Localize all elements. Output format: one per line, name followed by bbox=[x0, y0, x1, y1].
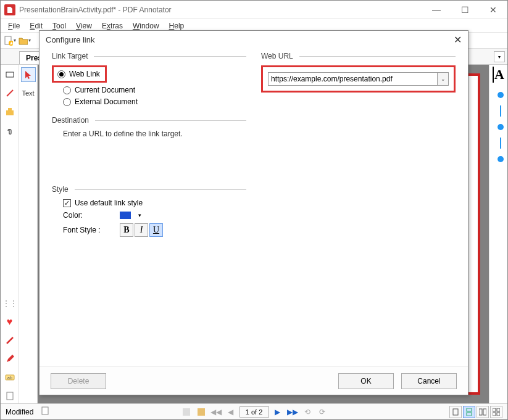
nav-forward-icon[interactable]: ⟳ bbox=[316, 406, 328, 418]
radio-external-document-label: External Document bbox=[75, 97, 138, 106]
bold-button[interactable]: B bbox=[120, 223, 133, 237]
use-default-style-label: Use default link style bbox=[75, 199, 143, 207]
radio-current-document[interactable] bbox=[63, 86, 71, 94]
configure-link-dialog: Configure link ✕ Link Target Web Link C bbox=[39, 30, 468, 395]
status-bar: Modified ◀◀ ◀ 1 of 2 ▶ ▶▶ ⟲ ⟳ bbox=[1, 403, 507, 419]
maximize-button[interactable]: ☐ bbox=[451, 1, 479, 19]
radio-web-link[interactable] bbox=[57, 70, 65, 78]
radio-current-document-label: Current Document bbox=[75, 86, 135, 94]
page-indicator[interactable]: 1 of 2 bbox=[239, 406, 269, 418]
svg-rect-17 bbox=[483, 409, 486, 415]
link-target-label: Link Target bbox=[52, 52, 88, 60]
close-button[interactable]: ✕ bbox=[479, 1, 507, 19]
window-title: PresentationBrainActivity.pdf* - PDF Ann… bbox=[19, 6, 422, 14]
tab-list-dropdown[interactable]: ▾ bbox=[494, 51, 505, 62]
italic-button[interactable]: I bbox=[135, 223, 148, 237]
tool-edit-icon[interactable] bbox=[2, 352, 17, 366]
text-cursor-icon[interactable]: A bbox=[491, 67, 506, 82]
nav-next-icon[interactable]: ▶ bbox=[272, 406, 284, 418]
tool-page-icon[interactable] bbox=[2, 389, 17, 403]
nav-back-icon[interactable]: ⟲ bbox=[301, 406, 314, 418]
radio-web-link-highlight: Web Link bbox=[52, 65, 107, 83]
nav-prev-icon[interactable]: ◀ bbox=[225, 406, 237, 418]
svg-rect-11 bbox=[183, 408, 190, 416]
svg-rect-20 bbox=[493, 413, 496, 416]
view-grid-icon[interactable] bbox=[490, 406, 502, 418]
nav-first-icon[interactable]: ◀◀ bbox=[210, 406, 222, 418]
menu-window[interactable]: Window bbox=[129, 20, 163, 31]
title-bar: PresentationBrainActivity.pdf* - PDF Ann… bbox=[1, 1, 507, 19]
menu-extras[interactable]: Extras bbox=[98, 20, 127, 31]
web-url-highlight: ⌄ bbox=[261, 65, 456, 93]
svg-rect-12 bbox=[198, 408, 205, 416]
tool-pen-icon[interactable] bbox=[2, 86, 17, 101]
destination-label: Destination bbox=[52, 116, 89, 125]
color-swatch[interactable] bbox=[120, 212, 131, 219]
status-page-icon[interactable] bbox=[38, 406, 52, 417]
svg-rect-15 bbox=[467, 413, 472, 416]
left-toolbar-1: ⋮⋮ ♥ ab bbox=[1, 65, 19, 403]
use-default-style-checkbox[interactable] bbox=[63, 199, 71, 207]
svg-rect-10 bbox=[42, 407, 48, 414]
tool-rect-icon[interactable] bbox=[2, 67, 17, 82]
open-doc-button[interactable]: ▾ bbox=[18, 34, 31, 47]
color-dropdown-icon[interactable]: ▾ bbox=[138, 212, 141, 218]
nav-prev-disabled-icon bbox=[195, 406, 207, 418]
left-toolbar-2: Text bbox=[19, 65, 38, 403]
svg-rect-4 bbox=[6, 110, 14, 115]
style-label: Style bbox=[52, 185, 69, 194]
svg-rect-5 bbox=[8, 108, 12, 111]
radio-web-link-label: Web Link bbox=[69, 70, 100, 78]
tool-text-label[interactable]: Text bbox=[21, 86, 36, 101]
web-url-input[interactable] bbox=[269, 73, 437, 85]
svg-rect-16 bbox=[479, 409, 482, 415]
tool-line-icon[interactable] bbox=[2, 333, 17, 348]
tool-textbox-icon[interactable]: ab bbox=[2, 370, 17, 385]
destination-text: Enter a URL to define the link target. bbox=[63, 130, 246, 138]
svg-rect-3 bbox=[6, 72, 14, 77]
nav-first-disabled-icon bbox=[180, 406, 193, 418]
web-url-label: Web URL bbox=[261, 52, 293, 60]
dialog-title: Configure link bbox=[46, 35, 95, 44]
svg-line-6 bbox=[7, 337, 13, 344]
color-label: Color: bbox=[63, 211, 112, 220]
view-continuous-icon[interactable] bbox=[463, 406, 475, 418]
status-modified: Modified bbox=[6, 408, 33, 416]
svg-rect-14 bbox=[467, 408, 472, 411]
tool-attach-icon[interactable] bbox=[2, 123, 17, 138]
menu-view[interactable]: View bbox=[72, 20, 96, 31]
tool-grip-icon[interactable]: ⋮⋮ bbox=[2, 296, 17, 311]
underline-button[interactable]: U bbox=[149, 223, 163, 237]
new-doc-button[interactable]: ★ ▾ bbox=[3, 34, 17, 47]
tool-stamp-icon[interactable] bbox=[2, 104, 17, 119]
nav-last-icon[interactable]: ▶▶ bbox=[286, 406, 299, 418]
ok-button[interactable]: OK bbox=[338, 373, 394, 389]
app-icon bbox=[4, 4, 15, 15]
svg-text:ab: ab bbox=[7, 376, 12, 380]
web-url-combo[interactable]: ⌄ bbox=[268, 72, 449, 86]
svg-text:★: ★ bbox=[9, 41, 14, 46]
tool-arrow-icon[interactable] bbox=[21, 67, 36, 82]
svg-rect-19 bbox=[497, 408, 500, 411]
connector-preview bbox=[498, 92, 504, 162]
svg-rect-13 bbox=[453, 409, 458, 415]
tool-favorite-icon[interactable]: ♥ bbox=[2, 315, 17, 329]
minimize-button[interactable]: — bbox=[422, 1, 451, 19]
delete-button[interactable]: Delete bbox=[51, 373, 106, 389]
menu-help[interactable]: Help bbox=[165, 20, 188, 31]
svg-rect-21 bbox=[497, 413, 500, 416]
menu-tool[interactable]: Tool bbox=[49, 20, 70, 31]
font-style-label: Font Style : bbox=[63, 226, 112, 234]
cancel-button[interactable]: Cancel bbox=[401, 373, 457, 389]
radio-external-document[interactable] bbox=[63, 98, 71, 106]
svg-rect-9 bbox=[7, 392, 13, 400]
right-toolbar: A bbox=[489, 65, 507, 403]
web-url-dropdown-icon[interactable]: ⌄ bbox=[437, 73, 448, 85]
view-single-icon[interactable] bbox=[449, 406, 462, 418]
menu-file[interactable]: File bbox=[4, 20, 23, 31]
menu-edit[interactable]: Edit bbox=[26, 20, 46, 31]
view-two-page-icon[interactable] bbox=[477, 406, 489, 418]
svg-rect-18 bbox=[493, 408, 496, 411]
dialog-close-button[interactable]: ✕ bbox=[454, 34, 462, 46]
